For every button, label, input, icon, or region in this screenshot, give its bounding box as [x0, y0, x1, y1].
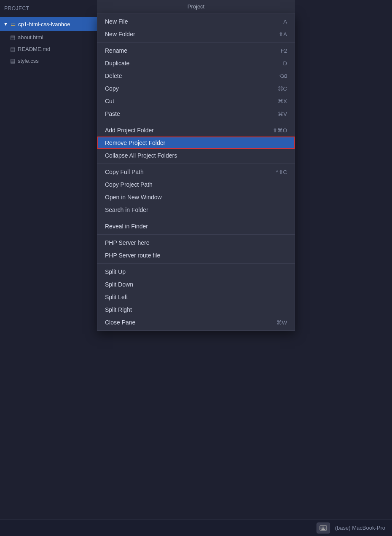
menu-item-label: Collapse All Project Folders	[105, 152, 279, 159]
menu-item-reveal-finder[interactable]: Reveal in Finder	[97, 220, 295, 233]
menu-item-label: Rename	[105, 47, 272, 54]
menu-item-label: Copy	[105, 85, 269, 92]
menu-item-collapse-all-folders[interactable]: Collapse All Project Folders	[97, 149, 295, 162]
menu-item-split-right[interactable]: Split Right	[97, 303, 295, 316]
menu-section-php: PHP Server here PHP Server route file	[97, 235, 295, 264]
keyboard-button[interactable]	[317, 523, 330, 533]
menu-section-edit: Rename F2 Duplicate D Delete ⌫ Copy ⌘C C…	[97, 43, 295, 122]
svg-rect-4	[325, 526, 325, 527]
menu-item-shortcut: ⇧A	[279, 31, 287, 38]
menu-item-split-left[interactable]: Split Left	[97, 291, 295, 303]
file-name: README.md	[18, 46, 50, 52]
menu-item-new-folder[interactable]: New Folder ⇧A	[97, 28, 295, 40]
menu-item-rename[interactable]: Rename F2	[97, 44, 295, 57]
file-name: style.css	[18, 58, 39, 64]
menu-item-split-down[interactable]: Split Down	[97, 278, 295, 291]
menu-item-search-in-folder[interactable]: Search in Folder	[97, 204, 295, 216]
menu-section-new: New File A New Folder ⇧A	[97, 13, 295, 43]
sidebar-title: Project	[4, 5, 30, 11]
menu-section-path: Copy Full Path ^⇧C Copy Project Path Ope…	[97, 164, 295, 218]
svg-rect-1	[320, 526, 321, 527]
keyboard-icon	[320, 525, 327, 531]
menu-item-remove-project-folder[interactable]: Remove Project Folder	[97, 137, 295, 149]
svg-rect-6	[322, 528, 323, 529]
menu-item-label: Delete	[105, 72, 271, 79]
menu-item-label: Copy Project Path	[105, 181, 279, 188]
menu-item-copy-project-path[interactable]: Copy Project Path	[97, 178, 295, 191]
menu-item-shortcut: D	[283, 60, 287, 67]
menu-item-label: New Folder	[105, 31, 270, 38]
menu-item-shortcut: ^⇧C	[276, 169, 287, 175]
menu-item-shortcut: ⌘C	[278, 86, 287, 92]
menu-item-label: Remove Project Folder	[105, 139, 279, 146]
menu-item-label: Copy Full Path	[105, 169, 268, 175]
svg-rect-9	[321, 529, 325, 530]
status-bar: (base) MacBook-Pro	[0, 519, 392, 536]
menu-item-shortcut: ⌘W	[277, 319, 287, 326]
menu-item-label: PHP Server route file	[105, 252, 279, 259]
file-icon: ▤	[10, 34, 15, 40]
menu-item-shortcut: ⇧⌘O	[273, 127, 287, 134]
menu-item-split-up[interactable]: Split Up	[97, 265, 295, 278]
svg-rect-3	[323, 526, 324, 527]
menu-item-delete[interactable]: Delete ⌫	[97, 70, 295, 82]
sidebar: Project ▼ ▭ cp1-html-css-ivanhoe ▤ about…	[0, 0, 105, 536]
menu-item-php-server[interactable]: PHP Server here	[97, 236, 295, 249]
menu-item-shortcut: A	[283, 19, 287, 25]
svg-rect-5	[320, 528, 321, 529]
menu-item-label: Paste	[105, 110, 269, 117]
menu-item-shortcut: ⌫	[279, 73, 287, 79]
menu-item-paste[interactable]: Paste ⌘V	[97, 107, 295, 120]
sidebar-file-about[interactable]: ▤ about.html	[0, 31, 105, 43]
menu-section-project: Add Project Folder ⇧⌘O Remove Project Fo…	[97, 122, 295, 164]
context-menu: New File A New Folder ⇧A Rename F2 Dupli…	[97, 13, 295, 331]
menu-item-shortcut: F2	[281, 48, 287, 54]
menu-item-label: Reveal in Finder	[105, 223, 279, 230]
menu-item-shortcut: ⌘X	[278, 98, 287, 105]
menu-item-label: Open in New Window	[105, 194, 279, 201]
menu-item-label: Cut	[105, 98, 269, 105]
menu-item-label: Add Project Folder	[105, 127, 264, 134]
sidebar-project-row[interactable]: ▼ ▭ cp1-html-css-ivanhoe	[0, 17, 105, 31]
menu-item-label: New File	[105, 18, 275, 25]
menu-item-label: Split Up	[105, 268, 279, 275]
menu-item-php-route[interactable]: PHP Server route file	[97, 249, 295, 262]
menu-item-label: Split Right	[105, 306, 279, 313]
menu-item-copy[interactable]: Copy ⌘C	[97, 82, 295, 95]
status-text: (base) MacBook-Pro	[335, 525, 385, 531]
menu-section-finder: Reveal in Finder	[97, 218, 295, 235]
menu-item-label: PHP Server here	[105, 239, 279, 246]
menu-item-shortcut: ⌘V	[278, 111, 287, 117]
project-name: cp1-html-css-ivanhoe	[18, 21, 70, 27]
menu-item-duplicate[interactable]: Duplicate D	[97, 57, 295, 70]
file-icon: ▤	[10, 58, 15, 64]
menu-item-new-file[interactable]: New File A	[97, 15, 295, 28]
menu-item-label: Close Pane	[105, 319, 268, 326]
doc-icon: ▤	[10, 46, 15, 52]
menu-item-label: Split Left	[105, 294, 279, 300]
menu-item-label: Search in Folder	[105, 206, 279, 213]
menu-item-copy-full-path[interactable]: Copy Full Path ^⇧C	[97, 166, 295, 178]
menu-item-label: Duplicate	[105, 60, 275, 67]
folder-icon: ▭	[11, 21, 16, 27]
chevron-icon: ▼	[3, 21, 8, 27]
sidebar-file-readme[interactable]: ▤ README.md	[0, 43, 105, 55]
menu-item-cut[interactable]: Cut ⌘X	[97, 95, 295, 107]
menu-item-add-project-folder[interactable]: Add Project Folder ⇧⌘O	[97, 124, 295, 137]
menu-item-open-new-window[interactable]: Open in New Window	[97, 191, 295, 204]
sidebar-header: Project	[0, 0, 105, 17]
sidebar-file-style[interactable]: ▤ style.css	[0, 55, 105, 67]
menu-item-close-pane[interactable]: Close Pane ⌘W	[97, 316, 295, 329]
svg-rect-8	[325, 528, 325, 529]
svg-rect-7	[323, 528, 324, 529]
context-menu-wrapper: Project New File A New Folder ⇧A Rename …	[97, 0, 295, 331]
svg-rect-2	[322, 526, 323, 527]
file-name: about.html	[18, 34, 43, 40]
context-menu-title: Project	[97, 0, 295, 13]
menu-item-label: Split Down	[105, 281, 279, 288]
menu-section-split: Split Up Split Down Split Left Split Rig…	[97, 264, 295, 330]
